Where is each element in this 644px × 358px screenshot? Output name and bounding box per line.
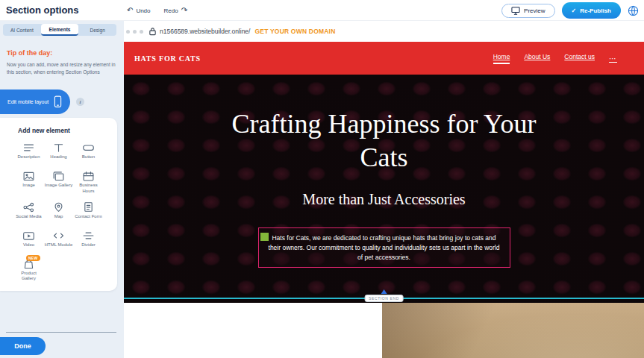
add-element-html-module[interactable]: HTML Module [44, 230, 74, 251]
check-icon: ✓ [572, 7, 577, 14]
history-controls: ↶ Undo Redo ↷ [127, 0, 187, 21]
resize-arrow-up-icon [381, 289, 387, 294]
add-element-social-media[interactable]: Social Media [14, 201, 44, 223]
edit-mobile-label: Edit mobile layout [7, 99, 49, 104]
hero-section[interactable]: Crafting Happiness for Your Cats More th… [124, 75, 644, 303]
site-logo[interactable]: HATS FOR CATS [134, 54, 201, 63]
element-grid: DescriptionHeadingButtonImageImage Galle… [0, 142, 117, 282]
video-icon [22, 230, 35, 241]
add-element-label: Contact Form [75, 214, 101, 220]
tab-elements[interactable]: Elements [41, 24, 79, 36]
preview-label: Preview [524, 7, 545, 14]
add-element-label: Image Gallery [45, 183, 72, 189]
add-new-element-panel: Add new element DescriptionHeadingButton… [0, 118, 117, 291]
button-icon [82, 142, 95, 153]
social-media-icon [22, 201, 35, 213]
sidebar: AI ContentElementsDesign Tip of the day:… [0, 21, 124, 358]
tab-ai-content[interactable]: AI Content [3, 24, 41, 36]
add-element-product-gallery[interactable]: NEWProduct Gallery [14, 258, 44, 283]
phone-icon [54, 95, 62, 108]
add-element-video[interactable]: Video [14, 230, 44, 251]
add-element-label: Button [82, 154, 95, 160]
nav-item-home[interactable]: Home [493, 53, 510, 64]
add-element-heading[interactable]: Heading [44, 142, 74, 163]
browser-dots-icon [126, 30, 143, 34]
undo-icon: ↶ [127, 7, 133, 14]
heading-icon [52, 142, 65, 153]
next-section-image [382, 303, 644, 358]
hero-heading[interactable]: Crafting Happiness for Your Cats [209, 107, 560, 175]
site-header[interactable]: HATS FOR CATS HomeAbout UsContact us⋯ [124, 42, 644, 75]
map-icon [52, 201, 65, 213]
next-section-left [124, 303, 382, 358]
new-badge: NEW [26, 255, 40, 261]
app-window: Section options ↶ Undo Redo ↷ Preview ✓ … [0, 0, 644, 358]
add-element-image-gallery[interactable]: Image Gallery [44, 170, 74, 195]
site-nav: HomeAbout UsContact us⋯ [493, 53, 617, 64]
undo-label: Undo [136, 7, 150, 14]
tab-design[interactable]: Design [78, 24, 116, 36]
add-element-label: Heading [50, 154, 66, 160]
nav-more-icon[interactable]: ⋯ [609, 54, 617, 63]
site-url: n1566589.websitebuilder.online/ [160, 28, 250, 35]
add-element-button[interactable]: Button [74, 142, 104, 163]
republish-label: Re-Publish [580, 7, 611, 14]
add-element-label: Social Media [16, 214, 41, 220]
sidebar-tabs: AI ContentElementsDesign [3, 24, 116, 36]
add-element-map[interactable]: Map [44, 201, 74, 223]
lock-icon [149, 27, 157, 36]
business-hours-icon [82, 170, 95, 181]
add-element-contact-form[interactable]: Contact Form [74, 201, 104, 223]
section-end-line: SECTION END [124, 298, 644, 299]
nav-item-about-us[interactable]: About Us [524, 53, 550, 64]
section-end-label: SECTION END [364, 295, 404, 302]
html-module-icon [52, 230, 65, 241]
add-new-element-title: Add new element [18, 127, 117, 134]
add-element-label: Video [23, 242, 34, 248]
browser-bar: n1566589.websitebuilder.online/ GET YOUR… [124, 21, 644, 42]
sidebar-divider [6, 332, 116, 333]
element-handle[interactable] [260, 233, 269, 241]
add-element-label: Product Gallery [14, 271, 44, 283]
monitor-icon [511, 7, 520, 15]
image-gallery-icon [52, 170, 65, 181]
page-title: Section options [6, 4, 79, 16]
undo-button[interactable]: ↶ Undo [127, 7, 151, 14]
next-section[interactable] [124, 303, 644, 358]
add-element-business-hours[interactable]: Business Hours [74, 170, 104, 195]
tip-title: Tip of the day: [7, 49, 116, 57]
add-element-divider[interactable]: Divider [74, 230, 104, 251]
redo-button[interactable]: Redo ↷ [164, 7, 188, 14]
add-element-label: HTML Module [45, 242, 72, 248]
topbar-actions: Preview ✓ Re-Publish [501, 0, 639, 21]
topbar: Section options ↶ Undo Redo ↷ Preview ✓ … [0, 0, 644, 21]
hero-subheading[interactable]: More than Just Accessories [124, 191, 644, 208]
add-element-label: Business Hours [74, 183, 104, 195]
preview-button[interactable]: Preview [501, 4, 554, 18]
add-element-label: Description [17, 154, 40, 160]
add-element-label: Image [22, 183, 35, 189]
done-button[interactable]: Done [0, 337, 46, 355]
add-element-description[interactable]: Description [14, 142, 44, 163]
tip-of-the-day: Tip of the day: Now you can add, move an… [7, 49, 116, 77]
globe-icon[interactable] [628, 5, 639, 16]
add-element-label: Map [54, 214, 63, 220]
redo-icon: ↷ [181, 7, 187, 14]
contact-form-icon [82, 201, 95, 213]
site-preview: HATS FOR CATS HomeAbout UsContact us⋯ Cr… [124, 42, 644, 358]
edit-mobile-row: Edit mobile layout i [0, 90, 84, 114]
info-icon[interactable]: i [76, 98, 84, 106]
hero-paragraph: Hats for Cats, we are dedicated to craft… [266, 233, 503, 262]
tip-body: Now you can add, move and resize any ele… [7, 61, 116, 77]
get-own-domain-link[interactable]: GET YOUR OWN DOMAIN [254, 28, 335, 35]
add-element-image[interactable]: Image [14, 170, 44, 195]
nav-item-contact-us[interactable]: Contact us [564, 53, 595, 64]
hero-paragraph-box[interactable]: Hats for Cats, we are dedicated to craft… [258, 227, 510, 268]
editor-canvas: n1566589.websitebuilder.online/ GET YOUR… [124, 21, 644, 358]
edit-mobile-layout-button[interactable]: Edit mobile layout [0, 90, 70, 114]
section-resize-handle[interactable]: SECTION END [364, 289, 404, 303]
divider-icon [82, 230, 95, 241]
redo-label: Redo [164, 7, 178, 14]
republish-button[interactable]: ✓ Re-Publish [562, 2, 621, 19]
add-element-label: Divider [81, 242, 96, 248]
